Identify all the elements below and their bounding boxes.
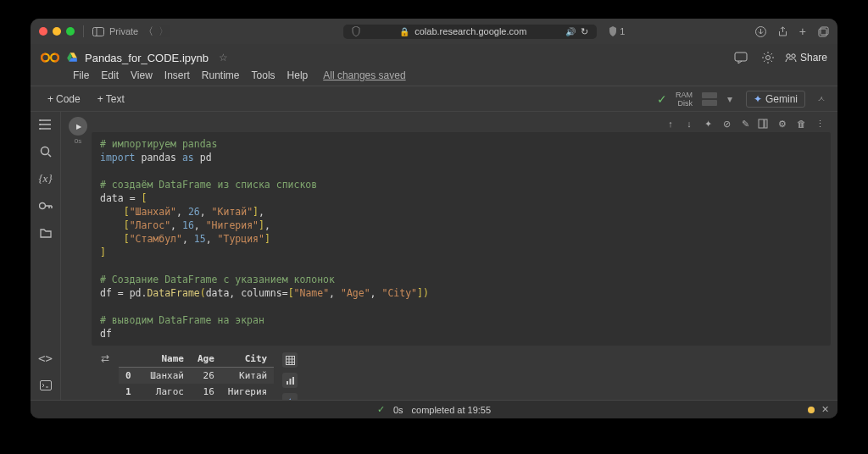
lock-icon: 🔒 [399, 27, 409, 36]
run-cell-button[interactable] [69, 117, 87, 136]
table-row: 0Шанхай26Китай [119, 368, 274, 385]
main-body: {x} <> 0s ↑ ↓ ✦ ⊘ [31, 112, 837, 400]
df-explore-icon[interactable] [282, 352, 298, 368]
svg-point-16 [39, 203, 45, 209]
menu-view[interactable]: View [125, 68, 158, 83]
mirror-cell-icon[interactable] [758, 119, 770, 129]
audio-icon[interactable]: 🔊 [565, 27, 576, 36]
more-cell-icon[interactable]: ⋮ [814, 119, 826, 130]
svg-rect-3 [819, 29, 826, 36]
refresh-icon[interactable]: ↻ [581, 26, 588, 37]
gemini-button[interactable]: ✦ Gemini [746, 91, 805, 108]
status-dot-icon [808, 407, 815, 413]
output-toggle-icon[interactable]: ⇄ [101, 352, 109, 400]
dataframe-table: NameAgeCity0Шанхай26Китай1Лагос16Нигерия… [119, 351, 274, 400]
svg-point-13 [39, 128, 41, 130]
menu-tools[interactable]: Tools [247, 68, 281, 83]
status-bar: ✓ 0s completed at 19:55 ✕ [31, 400, 837, 418]
tab-count: 1 [620, 26, 625, 36]
resource-indicator[interactable]: RAM Disk [676, 91, 693, 108]
browser-titlebar: Private 〈 〉 🔒 colab.research.google.com … [31, 19, 837, 44]
resource-bars [702, 92, 717, 106]
svg-line-15 [48, 154, 51, 157]
left-rail: {x} <> [31, 112, 61, 400]
nav-back-icon[interactable]: 〈 [143, 25, 153, 39]
svg-rect-4 [821, 27, 828, 35]
svg-rect-27 [292, 377, 294, 385]
files-icon[interactable] [38, 225, 53, 241]
add-code-button[interactable]: + Code [42, 91, 86, 107]
minimize-window-button[interactable] [53, 27, 61, 36]
menu-runtime[interactable]: Runtime [197, 68, 245, 83]
svg-rect-17 [40, 381, 51, 390]
menu-file[interactable]: File [68, 68, 94, 83]
share-button[interactable]: Share [785, 52, 827, 64]
notebook-title[interactable]: Pandas_for_CODE.ipynb [85, 52, 209, 64]
cell-toolbar: ↑ ↓ ✦ ⊘ ✎ ⚙ 🗑 ⋮ [92, 115, 831, 132]
window-controls [39, 27, 75, 36]
svg-point-10 [792, 54, 795, 58]
code-cell: 0s ↑ ↓ ✦ ⊘ ✎ ⚙ 🗑 ⋮ # импортируем pandasi [64, 115, 831, 400]
comments-icon[interactable] [731, 50, 751, 65]
link-cell-icon[interactable]: ⊘ [721, 119, 732, 130]
secrets-icon[interactable] [38, 198, 53, 213]
dataframe-side-icons: ✦ [282, 351, 298, 400]
connected-check-icon: ✓ [657, 92, 667, 106]
svg-point-8 [765, 56, 770, 60]
toc-icon[interactable] [38, 117, 53, 132]
code-snippets-icon[interactable]: <> [38, 351, 53, 366]
sparkle-icon: ✦ [754, 93, 762, 105]
colab-logo-icon[interactable] [41, 48, 59, 67]
status-ok-icon: ✓ [377, 404, 385, 415]
svg-point-14 [41, 147, 48, 155]
exec-time-label: 0s [75, 137, 81, 145]
url-bar[interactable]: 🔒 colab.research.google.com 🔊 ↻ [343, 25, 597, 39]
menu-insert[interactable]: Insert [159, 68, 195, 83]
share-browser-icon[interactable] [778, 26, 787, 37]
svg-rect-19 [765, 119, 767, 128]
menu-help[interactable]: Help [282, 68, 314, 83]
menu-bar: File Edit View Insert Runtime Tools Help… [31, 68, 837, 86]
close-window-button[interactable] [39, 27, 47, 36]
sparkle-cell-icon[interactable]: ✦ [702, 119, 714, 130]
close-status-icon[interactable]: ✕ [821, 404, 829, 415]
gear-cell-icon[interactable]: ⚙ [776, 119, 788, 130]
cell-gutter: 0s [64, 115, 92, 400]
svg-rect-0 [93, 27, 104, 36]
shield-status-icon[interactable] [609, 26, 617, 36]
star-icon[interactable]: ☆ [219, 52, 228, 64]
add-text-button[interactable]: + Text [92, 91, 130, 107]
save-status[interactable]: All changes saved [318, 68, 410, 83]
delete-cell-icon[interactable]: 🗑 [795, 119, 807, 129]
runtime-dropdown-icon[interactable]: ▾ [727, 93, 732, 105]
collapse-header-icon[interactable]: ㅅ [817, 93, 826, 105]
nav-forward-icon[interactable]: 〉 [159, 25, 169, 39]
svg-point-12 [39, 124, 41, 125]
status-time: 0s [393, 405, 403, 415]
code-editor[interactable]: # импортируем pandasimport pandas as pd … [92, 132, 831, 346]
svg-point-11 [39, 119, 41, 121]
status-completed: completed at 19:55 [412, 405, 492, 415]
settings-icon[interactable] [758, 49, 778, 66]
move-up-icon[interactable]: ↑ [665, 119, 676, 129]
download-icon[interactable] [755, 26, 766, 37]
df-wand-icon[interactable]: ✦ [282, 393, 298, 400]
move-down-icon[interactable]: ↓ [683, 119, 695, 129]
drive-icon [66, 52, 78, 64]
terminal-icon[interactable] [38, 378, 53, 393]
colab-header: Pandas_for_CODE.ipynb ☆ Share [31, 44, 837, 68]
private-label: Private [109, 26, 138, 36]
zoom-window-button[interactable] [66, 27, 75, 36]
svg-rect-20 [286, 356, 294, 364]
search-rail-icon[interactable] [38, 144, 53, 159]
edit-cell-icon[interactable]: ✎ [739, 119, 751, 130]
new-tab-icon[interactable]: + [799, 25, 806, 38]
svg-rect-25 [287, 381, 288, 385]
svg-point-9 [787, 54, 790, 58]
cell-output: ⇄ NameAgeCity0Шанхай26Китай1Лагос16Нигер… [92, 351, 831, 400]
variables-icon[interactable]: {x} [38, 171, 53, 186]
tabs-overview-icon[interactable] [818, 26, 829, 37]
menu-edit[interactable]: Edit [96, 68, 124, 83]
df-chart-icon[interactable] [282, 373, 298, 388]
sidebar-icon[interactable] [92, 27, 104, 36]
